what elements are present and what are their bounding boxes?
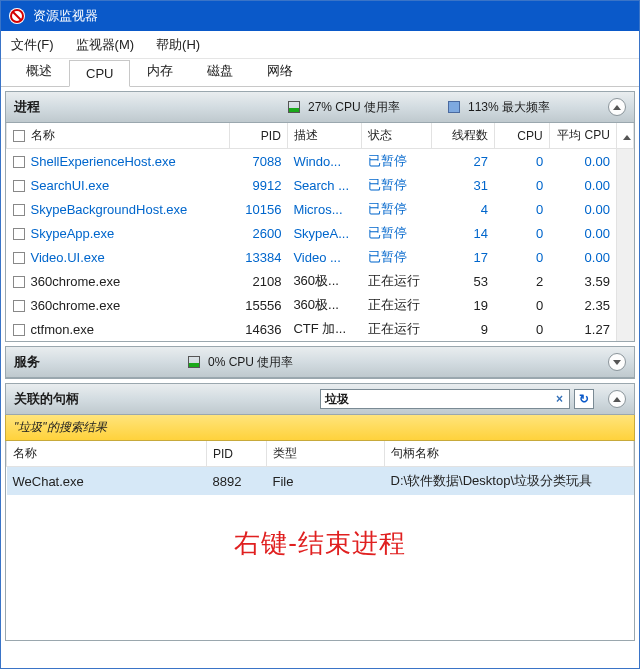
- row-checkbox[interactable]: [13, 276, 25, 288]
- annotation-text: 右键-结束进程: [6, 526, 634, 561]
- row-checkbox[interactable]: [13, 252, 25, 264]
- col-pid[interactable]: PID: [229, 123, 287, 149]
- row-checkbox[interactable]: [13, 204, 25, 216]
- scrollbar-track[interactable]: [616, 317, 633, 341]
- col-name[interactable]: 名称: [7, 123, 230, 149]
- section-handles-title: 关联的句柄: [14, 390, 79, 408]
- stat-max-freq: 113% 最大频率: [448, 99, 608, 116]
- scrollbar-track[interactable]: [616, 221, 633, 245]
- table-row[interactable]: SearchUI.exe9912Search ...已暂停3100.00: [7, 173, 634, 197]
- refresh-icon: ↻: [579, 392, 589, 406]
- clear-search-icon[interactable]: ×: [554, 392, 565, 406]
- tab-memory[interactable]: 内存: [130, 56, 190, 86]
- menu-help[interactable]: 帮助(H): [152, 34, 204, 56]
- stat-svc-cpu: 0% CPU 使用率: [188, 354, 608, 371]
- scrollbar-track[interactable]: [616, 245, 633, 269]
- tab-network[interactable]: 网络: [250, 56, 310, 86]
- scrollbar-track[interactable]: [616, 293, 633, 317]
- checkbox-all[interactable]: [13, 130, 25, 142]
- hcol-pid[interactable]: PID: [207, 441, 267, 467]
- row-checkbox[interactable]: [13, 228, 25, 240]
- hcol-type[interactable]: 类型: [267, 441, 385, 467]
- chevron-up-icon: [613, 397, 621, 402]
- table-row[interactable]: WeChat.exe8892FileD:\软件数据\Desktop\垃圾分类玩具: [7, 467, 634, 496]
- collapse-processes-button[interactable]: [608, 98, 626, 116]
- handles-table-frame: 名称 PID 类型 句柄名称 WeChat.exe8892FileD:\软件数据…: [5, 441, 635, 641]
- col-status[interactable]: 状态: [362, 123, 432, 149]
- table-row[interactable]: ShellExperienceHost.exe7088Windo...已暂停27…: [7, 149, 634, 174]
- app-window: 资源监视器 文件(F) 监视器(M) 帮助(H) 概述 CPU 内存 磁盘 网络…: [0, 0, 640, 669]
- handles-header-row: 名称 PID 类型 句柄名称: [7, 441, 634, 467]
- section-services[interactable]: 服务 0% CPU 使用率: [5, 346, 635, 378]
- col-desc[interactable]: 描述: [287, 123, 361, 149]
- col-cpu[interactable]: CPU: [494, 123, 549, 149]
- table-row[interactable]: SkypeApp.exe2600SkypeA...已暂停1400.00: [7, 221, 634, 245]
- search-go-button[interactable]: ↻: [574, 389, 594, 409]
- chevron-up-icon: [613, 105, 621, 110]
- handles-search: 垃圾 × ↻: [320, 389, 626, 409]
- scrollbar-track[interactable]: [616, 149, 633, 174]
- chevron-down-icon: [613, 360, 621, 365]
- table-row[interactable]: 360chrome.exe15556360极...正在运行1902.35: [7, 293, 634, 317]
- row-checkbox[interactable]: [13, 156, 25, 168]
- hcol-name[interactable]: 名称: [7, 441, 207, 467]
- tab-bar: 概述 CPU 内存 磁盘 网络: [1, 59, 639, 87]
- table-row[interactable]: ctfmon.exe14636CTF 加...正在运行901.27: [7, 317, 634, 341]
- row-checkbox[interactable]: [13, 300, 25, 312]
- led-green-icon: [288, 101, 300, 113]
- table-row[interactable]: Video.UI.exe13384Video ...已暂停1700.00: [7, 245, 634, 269]
- app-icon: [9, 8, 25, 24]
- titlebar: 资源监视器: [1, 1, 639, 31]
- table-row[interactable]: SkypeBackgroundHost.exe10156Micros...已暂停…: [7, 197, 634, 221]
- row-checkbox[interactable]: [13, 180, 25, 192]
- menubar: 文件(F) 监视器(M) 帮助(H): [1, 31, 639, 59]
- hcol-hname[interactable]: 句柄名称: [385, 441, 634, 467]
- handles-result-band: "垃圾"的搜索结果: [5, 415, 635, 441]
- services-frame: [5, 378, 635, 379]
- col-threads[interactable]: 线程数: [432, 123, 494, 149]
- section-handles[interactable]: 关联的句柄 垃圾 × ↻: [5, 383, 635, 415]
- collapse-services-button[interactable]: [608, 353, 626, 371]
- handles-table: 名称 PID 类型 句柄名称 WeChat.exe8892FileD:\软件数据…: [6, 441, 634, 495]
- processes-table: 名称 PID 描述 状态 线程数 CPU 平均 CPU ShellExperie…: [6, 123, 634, 341]
- scrollbar-track[interactable]: [616, 269, 633, 293]
- collapse-handles-button[interactable]: [608, 390, 626, 408]
- stat-cpu-usage: 27% CPU 使用率: [288, 99, 448, 116]
- scroll-up-button[interactable]: [616, 123, 633, 149]
- scrollbar-track[interactable]: [616, 173, 633, 197]
- scrollbar-track[interactable]: [616, 197, 633, 221]
- led-green-icon: [188, 356, 200, 368]
- processes-header-row: 名称 PID 描述 状态 线程数 CPU 平均 CPU: [7, 123, 634, 149]
- menu-monitor[interactable]: 监视器(M): [72, 34, 139, 56]
- tab-disk[interactable]: 磁盘: [190, 56, 250, 86]
- tab-cpu[interactable]: CPU: [69, 60, 130, 87]
- section-services-title: 服务: [14, 353, 40, 371]
- tab-overview[interactable]: 概述: [9, 56, 69, 86]
- table-row[interactable]: 360chrome.exe2108360极...正在运行5323.59: [7, 269, 634, 293]
- col-avgcpu[interactable]: 平均 CPU: [549, 123, 616, 149]
- menu-file[interactable]: 文件(F): [7, 34, 58, 56]
- window-title: 资源监视器: [33, 7, 98, 25]
- section-processes-title: 进程: [14, 98, 40, 116]
- row-checkbox[interactable]: [13, 324, 25, 336]
- section-processes[interactable]: 进程 27% CPU 使用率 113% 最大频率: [5, 91, 635, 123]
- handles-search-input[interactable]: 垃圾 ×: [320, 389, 570, 409]
- led-blue-icon: [448, 101, 460, 113]
- processes-table-frame: 名称 PID 描述 状态 线程数 CPU 平均 CPU ShellExperie…: [5, 123, 635, 342]
